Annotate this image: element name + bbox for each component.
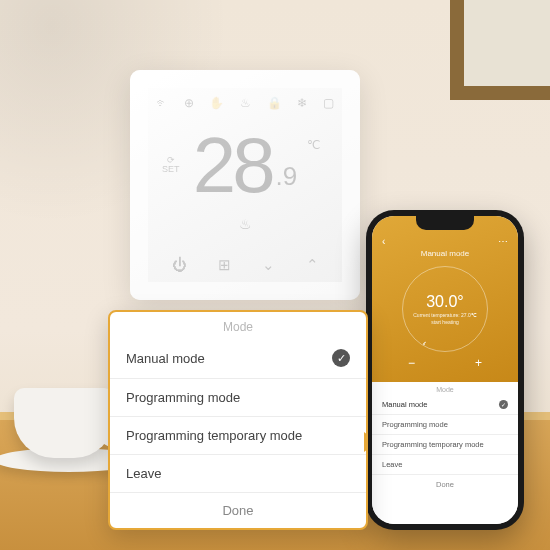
window-icon: ▢ (323, 96, 334, 110)
option-label: Manual mode (382, 400, 427, 409)
check-icon: ✓ (332, 349, 350, 367)
popup-done-button[interactable]: Done (110, 493, 366, 528)
temp-plus-button[interactable]: + (475, 356, 482, 370)
coffee-cup (14, 388, 114, 458)
clock-icon: ⊕ (184, 96, 194, 110)
popup-option-programming[interactable]: Programming mode (110, 379, 366, 417)
thermostat-panel: ᯤ ⊕ ✋ ♨ 🔒 ❄ ▢ ⟳ SET 28 .9 ℃ ♨ ⏻ ⊞ ⌄ ⌃ (130, 70, 360, 300)
phone-option-programming-temp[interactable]: Programming temporary mode (372, 435, 518, 455)
phone-option-manual[interactable]: Manual mode ✓ (372, 395, 518, 415)
phone-option-leave[interactable]: Leave (372, 455, 518, 475)
dial-ticks (399, 263, 491, 355)
wifi-icon: ᯤ (156, 96, 168, 110)
down-button[interactable]: ⌄ (262, 256, 275, 274)
temp-unit: ℃ (307, 138, 320, 152)
lock-icon: 🔒 (267, 96, 282, 110)
set-text: SET (162, 165, 180, 174)
option-label: Programming mode (382, 420, 448, 429)
popup-option-leave[interactable]: Leave (110, 455, 366, 493)
check-icon: ✓ (499, 400, 508, 409)
phone-notch (416, 216, 474, 230)
phone-mode-sheet: Mode Manual mode ✓ Programming mode Prog… (372, 382, 518, 524)
more-button[interactable]: ⋯ (498, 236, 508, 247)
dial-current-temp: Current temperature: 27.0℃ (413, 312, 477, 318)
temperature-dial[interactable]: 30.0° Current temperature: 27.0℃ start h… (402, 266, 488, 352)
phone-option-programming[interactable]: Programming mode (372, 415, 518, 435)
back-button[interactable]: ‹ (382, 236, 385, 247)
option-label: Leave (126, 466, 161, 481)
frost-icon: ❄ (297, 96, 307, 110)
thermostat-status-icons: ᯤ ⊕ ✋ ♨ 🔒 ❄ ▢ (156, 96, 334, 110)
phone-screen: ‹ ⋯ Manual mode 30.0° Current temperatur… (372, 216, 518, 524)
popup-option-manual[interactable]: Manual mode ✓ (110, 338, 366, 379)
power-button[interactable]: ⏻ (172, 256, 187, 274)
thermostat-controls: ⏻ ⊞ ⌄ ⌃ (156, 256, 334, 274)
callout-arrow-icon (364, 432, 368, 452)
menu-button[interactable]: ⊞ (218, 256, 231, 274)
option-label: Programming mode (126, 390, 240, 405)
option-label: Manual mode (126, 351, 205, 366)
picture-frame (450, 0, 550, 100)
up-button[interactable]: ⌃ (306, 256, 319, 274)
phone-done-button[interactable]: Done (372, 475, 518, 494)
option-label: Programming temporary mode (126, 428, 302, 443)
set-label: ⟳ SET (162, 156, 180, 174)
dial-status: start heating (431, 319, 459, 325)
option-label: Programming temporary mode (382, 440, 484, 449)
heating-icon: ♨ (156, 216, 334, 232)
temp-minus-button[interactable]: − (408, 356, 415, 370)
flame-icon: ♨ (240, 96, 251, 110)
popup-title: Mode (110, 312, 366, 338)
smartphone: ‹ ⋯ Manual mode 30.0° Current temperatur… (366, 210, 524, 530)
thermostat-display: ⟳ SET 28 .9 ℃ (156, 134, 334, 196)
header-mode-label: Manual mode (421, 249, 469, 258)
mode-popup: Mode Manual mode ✓ Programming mode Prog… (108, 310, 368, 530)
temp-main: 28 (193, 134, 272, 196)
app-header: ‹ ⋯ Manual mode 30.0° Current temperatur… (372, 216, 518, 382)
phone-sheet-title: Mode (372, 382, 518, 395)
temp-decimal: .9 (276, 161, 298, 192)
manual-icon: ✋ (209, 96, 224, 110)
option-label: Leave (382, 460, 402, 469)
popup-option-programming-temp[interactable]: Programming temporary mode (110, 417, 366, 455)
